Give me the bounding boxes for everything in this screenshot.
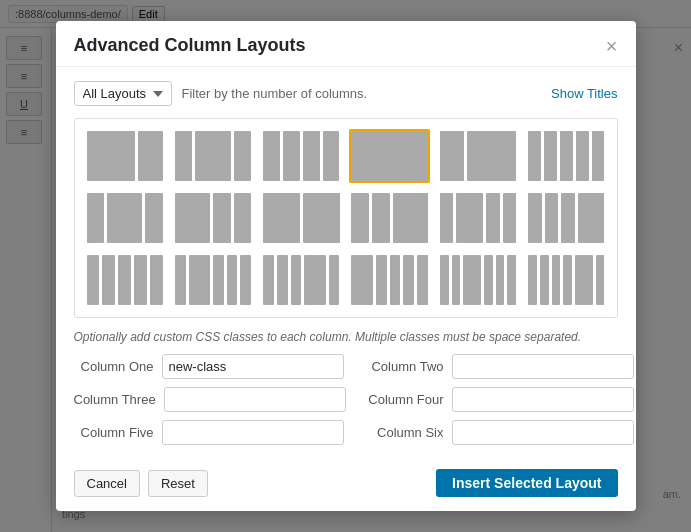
column-six-label: Column Six — [364, 425, 444, 440]
modal-close-button[interactable]: × — [606, 36, 618, 56]
modal: Advanced Column Layouts × All Layouts 1 … — [56, 21, 636, 511]
layout-col — [544, 131, 557, 181]
layout-col — [507, 255, 516, 305]
column-five-label: Column Five — [74, 425, 154, 440]
layout-col — [87, 131, 136, 181]
column-six-input[interactable] — [452, 420, 634, 445]
layout-item[interactable] — [349, 253, 429, 307]
layout-item[interactable] — [85, 191, 165, 245]
layout-col — [467, 131, 516, 181]
layout-col — [528, 255, 537, 305]
layout-col — [263, 131, 280, 181]
layout-col — [189, 255, 210, 305]
layout-col — [134, 255, 147, 305]
reset-button[interactable]: Reset — [148, 470, 208, 497]
layout-item[interactable] — [526, 253, 606, 307]
column-two-input[interactable] — [452, 354, 634, 379]
layout-item[interactable] — [526, 129, 606, 183]
column-one-label: Column One — [74, 359, 154, 374]
layout-item[interactable] — [173, 129, 253, 183]
layouts-container — [74, 118, 618, 318]
layout-col — [456, 193, 483, 243]
layout-col — [195, 131, 230, 181]
layout-filter-select[interactable]: All Layouts 1 Column 2 Columns 3 Columns… — [74, 81, 172, 106]
layout-col — [175, 255, 186, 305]
column-four-field: Column Four — [364, 387, 634, 412]
cancel-button[interactable]: Cancel — [74, 470, 140, 497]
layout-col — [303, 131, 320, 181]
column-four-label: Column Four — [364, 392, 444, 407]
layout-col — [304, 255, 325, 305]
layout-col — [452, 255, 461, 305]
layout-col — [578, 193, 605, 243]
column-five-field: Column Five — [74, 420, 344, 445]
layout-col — [138, 131, 162, 181]
modal-header: Advanced Column Layouts × — [56, 21, 636, 67]
layout-col — [329, 255, 340, 305]
layout-col — [563, 255, 572, 305]
layout-col — [540, 255, 549, 305]
layout-col — [87, 193, 105, 243]
layout-col — [486, 193, 499, 243]
layout-col — [175, 193, 210, 243]
layouts-row-2 — [85, 191, 607, 245]
show-titles-link[interactable]: Show Titles — [551, 86, 617, 101]
layout-col — [351, 255, 372, 305]
layout-item[interactable] — [261, 191, 341, 245]
layout-col — [213, 193, 231, 243]
layout-col — [240, 255, 251, 305]
layout-item[interactable] — [526, 191, 606, 245]
layouts-row-1 — [85, 129, 607, 183]
modal-title: Advanced Column Layouts — [74, 35, 306, 56]
column-two-label: Column Two — [364, 359, 444, 374]
layout-item[interactable] — [438, 253, 518, 307]
layout-col — [175, 131, 193, 181]
layout-col — [592, 131, 605, 181]
layout-item[interactable] — [173, 191, 253, 245]
layout-col — [484, 255, 493, 305]
layout-col — [440, 193, 453, 243]
filter-description: Filter by the number of columns. — [182, 86, 368, 101]
column-four-input[interactable] — [452, 387, 634, 412]
layout-col — [227, 255, 238, 305]
column-three-input[interactable] — [164, 387, 346, 412]
layout-item[interactable] — [438, 129, 518, 183]
layout-col — [576, 131, 589, 181]
column-two-field: Column Two — [364, 354, 634, 379]
column-one-input[interactable] — [162, 354, 344, 379]
layout-item-selected[interactable] — [349, 129, 429, 183]
modal-footer: Cancel Reset Insert Selected Layout — [56, 459, 636, 511]
layout-item[interactable] — [349, 191, 429, 245]
filter-row: All Layouts 1 Column 2 Columns 3 Columns… — [74, 81, 618, 106]
layout-item[interactable] — [85, 129, 165, 183]
layout-item[interactable] — [173, 253, 253, 307]
layout-col — [417, 255, 428, 305]
layout-col — [291, 255, 302, 305]
layout-col — [102, 255, 115, 305]
layout-col — [372, 193, 390, 243]
layout-col — [87, 255, 100, 305]
column-six-field: Column Six — [364, 420, 634, 445]
layout-col — [560, 131, 573, 181]
insert-selected-layout-button[interactable]: Insert Selected Layout — [436, 469, 617, 497]
layout-col — [440, 131, 464, 181]
layout-col — [234, 193, 252, 243]
layout-col — [263, 193, 300, 243]
column-three-label: Column Three — [74, 392, 156, 407]
column-five-input[interactable] — [162, 420, 344, 445]
layout-col — [440, 255, 449, 305]
column-one-field: Column One — [74, 354, 344, 379]
layout-col — [150, 255, 163, 305]
layout-item[interactable] — [261, 129, 341, 183]
layouts-row-3 — [85, 253, 607, 307]
layout-col — [552, 255, 561, 305]
layout-item[interactable] — [438, 191, 518, 245]
layout-col — [528, 131, 541, 181]
layout-col — [503, 193, 516, 243]
layout-col — [213, 255, 224, 305]
layout-item[interactable] — [261, 253, 341, 307]
css-note: Optionally add custom CSS classes to eac… — [74, 330, 618, 344]
layout-item[interactable] — [85, 253, 165, 307]
layout-col — [118, 255, 131, 305]
layout-col — [403, 255, 414, 305]
